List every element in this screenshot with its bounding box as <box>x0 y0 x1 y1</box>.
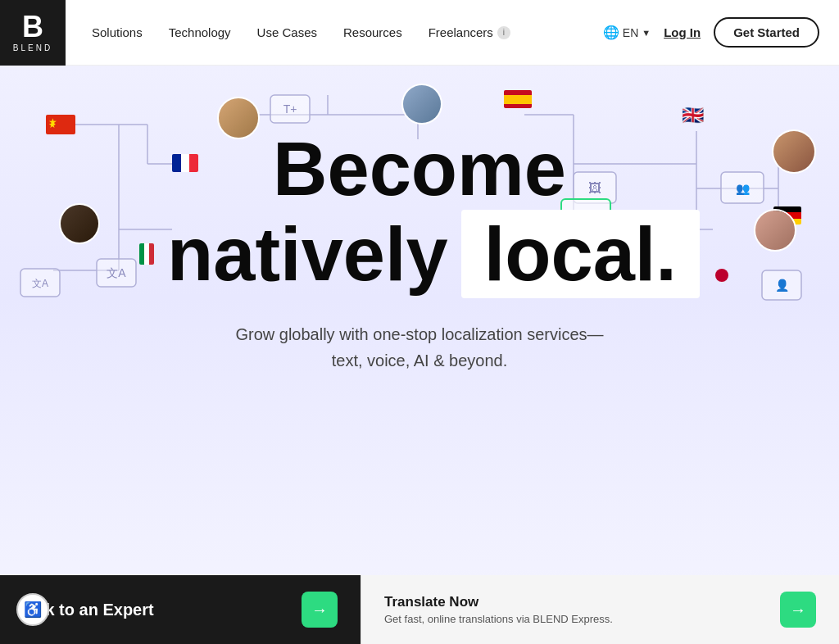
nav-solutions[interactable]: Solutions <box>92 25 143 39</box>
translate-now-content: Translate Now Get fast, online translati… <box>384 594 613 625</box>
italy-flag-inline <box>139 243 154 265</box>
language-selector[interactable]: 🌐 EN ▼ <box>603 25 651 40</box>
avatar-person-3 <box>772 129 816 174</box>
svg-rect-26 <box>721 172 764 203</box>
avatar-person-5 <box>59 203 100 244</box>
hero-subtitle-line1: Grow globally with one-stop localization… <box>235 325 603 343</box>
avatar-person-4 <box>754 209 796 252</box>
accessibility-icon: ♿ <box>24 601 42 619</box>
svg-rect-6 <box>97 259 136 287</box>
navbar: B BLEND Solutions Technology Use Cases R… <box>0 0 839 66</box>
translate-now-title: Translate Now <box>384 594 613 610</box>
svg-text:👤: 👤 <box>775 279 790 293</box>
avatar-person-2 <box>401 84 442 125</box>
nav-technology[interactable]: Technology <box>169 25 231 39</box>
svg-text:T+: T+ <box>283 102 297 116</box>
translate-now-arrow: → <box>780 592 816 628</box>
svg-rect-14 <box>270 95 310 123</box>
nav-right: 🌐 EN ▼ Log In Get Started <box>603 17 819 48</box>
translate-arrow-icon: → <box>790 601 806 619</box>
talk-to-expert-arrow: → <box>302 592 338 628</box>
get-started-button[interactable]: Get Started <box>714 17 819 48</box>
accessibility-button[interactable]: ♿ <box>16 593 49 626</box>
talk-to-expert-button[interactable]: Talk to an Expert → <box>0 575 361 644</box>
flag-uk: 🇬🇧 <box>682 107 704 125</box>
hero-title-line2: natively local. <box>139 210 700 298</box>
nav-freelancers[interactable]: Freelancers i <box>429 25 510 39</box>
translate-now-button[interactable]: Translate Now Get fast, online translati… <box>361 575 839 644</box>
cta-row: ♿ Talk to an Expert → Translate Now Get … <box>0 575 839 644</box>
login-button[interactable]: Log In <box>664 25 701 39</box>
translate-now-subtitle: Get fast, online translations via BLEND … <box>384 613 613 625</box>
logo[interactable]: B BLEND <box>0 0 66 66</box>
hero-title-local: local. <box>484 212 677 296</box>
hero-subtitle: Grow globally with one-stop localization… <box>139 321 700 374</box>
language-label: EN <box>623 26 638 39</box>
chevron-down-icon: ▼ <box>642 28 651 38</box>
globe-icon: 🌐 <box>603 25 619 40</box>
hero-content: Become natively local. Grow globally wit… <box>139 131 700 374</box>
flag-china: ★ <box>46 115 75 134</box>
svg-text:👥: 👥 <box>736 182 751 196</box>
arrow-right-icon: → <box>311 601 328 619</box>
nav-resources[interactable]: Resources <box>343 25 402 39</box>
flag-spain <box>504 90 532 108</box>
svg-rect-8 <box>20 269 60 297</box>
hero-title-local-box: local. <box>461 210 700 298</box>
info-icon: i <box>497 26 510 39</box>
logo-letter: B <box>22 12 43 42</box>
flag-japan-dot <box>715 269 728 282</box>
svg-text:文A: 文A <box>107 266 126 279</box>
hero-section: 文A 文A T+ 🖼 👥 👤 ★ <box>0 66 839 644</box>
hero-title-line1: Become <box>139 131 700 206</box>
logo-text: BLEND <box>13 43 52 52</box>
svg-rect-28 <box>762 270 801 300</box>
svg-text:文A: 文A <box>32 278 48 289</box>
nav-use-cases[interactable]: Use Cases <box>257 25 317 39</box>
nav-links: Solutions Technology Use Cases Resources… <box>92 25 603 39</box>
hero-title-native: natively <box>167 216 448 292</box>
hero-subtitle-line2: text, voice, AI & beyond. <box>332 351 508 370</box>
